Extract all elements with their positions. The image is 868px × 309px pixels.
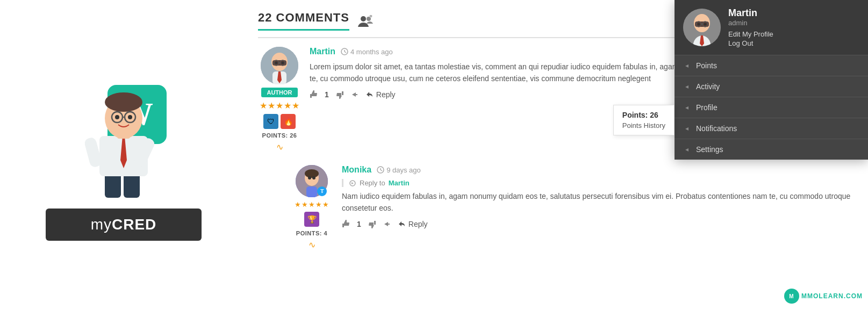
monika-vote-count: 1: [357, 220, 361, 228]
svg-point-13: [128, 115, 132, 119]
dropdown-avatar-svg: [683, 9, 721, 46]
monika-share-btn[interactable]: [383, 220, 391, 228]
notifications-arrow: ◂: [685, 125, 688, 132]
activity-arrow: ◂: [685, 83, 688, 90]
monika-stars: ★★★★★: [295, 200, 329, 209]
svg-line-40: [381, 170, 382, 171]
comment-right-monika: Monika 9 days ago Reply to Martin Nam iu…: [342, 165, 857, 250]
profile-label: Profile: [696, 103, 718, 112]
points-tooltip-label: Points: 26: [622, 111, 665, 119]
points-tooltip: Points: 26 Points History: [613, 105, 675, 135]
dropdown-item-activity[interactable]: ◂ Activity: [675, 76, 868, 97]
user-dropdown: Martin admin Edit My Profile Log Out ◂ P…: [675, 0, 868, 160]
svg-point-34: [305, 169, 319, 178]
badge-blue: 🛡: [263, 114, 278, 129]
twitter-badge: 𝕋: [317, 186, 327, 196]
dropdown-username: Martin: [728, 8, 773, 19]
monika-comment-text: Nam iudico equidem fabulas in, agam nonu…: [342, 190, 857, 214]
dropdown-item-points[interactable]: ◂ Points: [675, 55, 868, 76]
monika-name[interactable]: Monika: [342, 165, 371, 175]
svg-rect-35: [306, 186, 317, 197]
settings-label: Settings: [696, 145, 723, 154]
share-icon: [350, 90, 359, 99]
comment-left-monika: 𝕋 ★★★★★ 🏆 POINTS: 4 ∿: [290, 165, 333, 250]
settings-arrow: ◂: [685, 146, 688, 153]
edit-profile-link[interactable]: Edit My Profile: [728, 30, 773, 38]
dropdown-item-notifications[interactable]: ◂ Notifications: [675, 118, 868, 139]
activity-label: Activity: [696, 82, 720, 91]
reply-to-name[interactable]: Martin: [389, 179, 410, 187]
sidebar: W: [0, 0, 247, 309]
svg-point-26: [282, 62, 284, 64]
avatar-martin: [261, 47, 298, 84]
cred-text: CRED: [112, 216, 156, 233]
comment-monika: 𝕋 ★★★★★ 🏆 POINTS: 4 ∿ Monika 9 days ago: [290, 165, 857, 250]
thumbs-up-btn[interactable]: [310, 90, 318, 99]
martin-reply-label: Reply: [376, 90, 396, 99]
dropdown-item-settings[interactable]: ◂ Settings: [675, 139, 868, 160]
monika-thumbs-down-btn[interactable]: [368, 220, 376, 228]
martin-name[interactable]: Martin: [310, 47, 335, 56]
reply-indicator-icon: [349, 179, 356, 187]
monika-thumbs-down-icon: [368, 220, 376, 228]
monika-points: POINTS: 4: [296, 230, 327, 236]
svg-point-37: [312, 176, 315, 179]
svg-point-14: [361, 16, 366, 21]
monika-thumbs-up-icon: [342, 220, 350, 228]
monika-share-icon: [383, 220, 391, 228]
comment-left-martin: Author ★★★★★ 🛡 🔥 POINTS: 26 ∿: [258, 47, 301, 152]
martin-points: POINTS: 26: [262, 132, 297, 139]
thumbs-up-icon: [310, 90, 318, 99]
monika-clock-icon: [377, 166, 384, 174]
svg-line-31: [345, 52, 346, 53]
my-text: my: [91, 216, 112, 233]
points-label: Points: [696, 61, 717, 70]
dropdown-role: admin: [728, 19, 773, 27]
monika-avatar-wrap: 𝕋: [296, 165, 328, 197]
badge-red: 🔥: [281, 114, 296, 129]
svg-point-49: [704, 23, 707, 26]
monika-actions: 1 Reply: [342, 220, 857, 228]
thumbs-down-icon: [335, 90, 344, 99]
author-badge: Author: [261, 88, 297, 97]
reply-to-label: Reply to: [360, 179, 385, 187]
mycred-brand-bar: myCRED: [46, 209, 202, 241]
manage-users-icon[interactable]: [358, 15, 373, 27]
badge-purple: 🏆: [304, 212, 319, 227]
thumbs-down-btn[interactable]: [335, 90, 344, 99]
svg-point-48: [698, 23, 700, 26]
monika-reply-btn[interactable]: Reply: [398, 220, 428, 228]
svg-point-12: [115, 115, 119, 119]
share-btn[interactable]: [350, 90, 359, 99]
svg-point-36: [308, 176, 311, 179]
martin-time-text: 4 months ago: [350, 48, 393, 56]
monika-time-text: 9 days ago: [386, 166, 421, 174]
comment-meta-monika: Monika 9 days ago: [342, 165, 857, 175]
main-content: 22 COMMENTS ““: [247, 0, 868, 309]
martin-time: 4 months ago: [341, 48, 393, 56]
reply-to-line: Reply to Martin: [342, 179, 857, 187]
monika-reply-icon: [398, 220, 405, 228]
watermark: M MMOLEARN.COM: [784, 289, 863, 304]
logout-link[interactable]: Log Out: [728, 39, 773, 47]
martin-badges: 🛡 🔥: [263, 114, 296, 129]
martin-stars: ★★★★★: [260, 100, 300, 111]
monika-thumbs-up-btn[interactable]: [342, 220, 350, 228]
points-history-link[interactable]: Points History: [622, 121, 665, 130]
martin-avatar-svg: [261, 47, 298, 84]
dropdown-item-profile[interactable]: ◂ Profile: [675, 97, 868, 118]
monika-time: 9 days ago: [377, 166, 421, 174]
watermark-text: MMOLEARN.COM: [801, 292, 863, 300]
points-arrow: ◂: [685, 62, 688, 69]
martin-reply-btn[interactable]: Reply: [365, 90, 396, 99]
dropdown-avatar: [683, 9, 721, 46]
clock-icon: [341, 48, 348, 55]
svg-point-8: [105, 92, 142, 112]
character-illustration: W: [70, 69, 177, 203]
monika-rss-icon: ∿: [309, 240, 315, 250]
profile-arrow: ◂: [685, 104, 688, 111]
character-svg: [75, 85, 172, 203]
dropdown-user-info: Martin admin Edit My Profile Log Out: [728, 8, 773, 47]
svg-point-25: [275, 62, 278, 64]
reply-icon: [365, 91, 373, 98]
